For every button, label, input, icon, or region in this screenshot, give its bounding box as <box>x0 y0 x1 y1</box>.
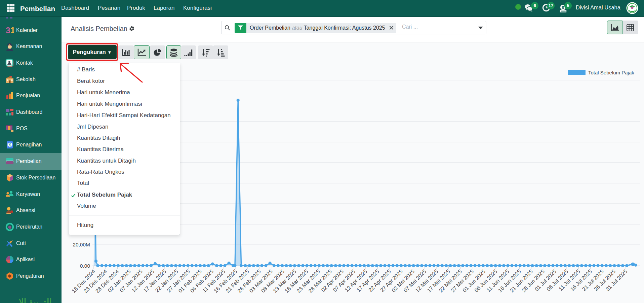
svg-text:3: 3 <box>6 26 10 35</box>
svg-text:1: 1 <box>10 26 14 35</box>
svg-text:التربية الإ: التربية الإ <box>18 297 52 303</box>
svg-text:0,00: 0,00 <box>80 263 90 269</box>
svg-text:20,00M: 20,00M <box>73 242 90 247</box>
svg-text:$: $ <box>9 143 11 147</box>
svg-text:$: $ <box>562 5 564 10</box>
svg-text:Total Sebelum Pajak: Total Sebelum Pajak <box>588 70 634 75</box>
